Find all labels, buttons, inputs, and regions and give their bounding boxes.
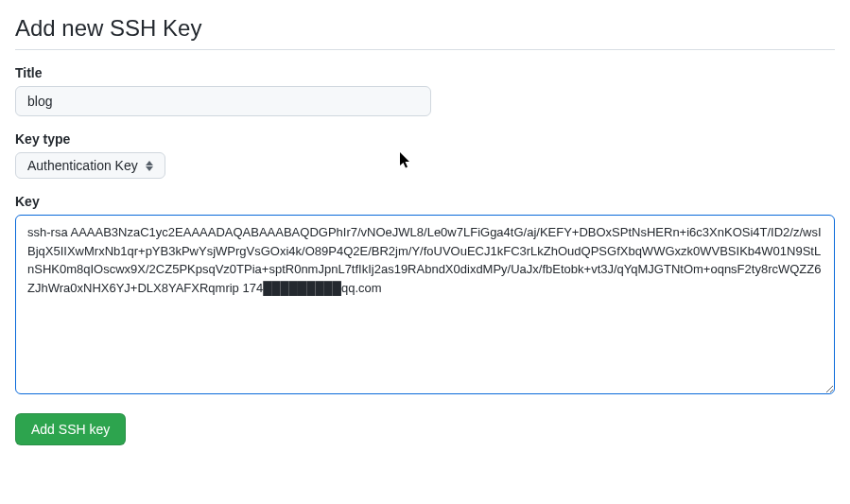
key-type-selected: Authentication Key — [27, 158, 138, 173]
chevron-up-down-icon — [146, 161, 153, 171]
title-input[interactable] — [15, 86, 431, 116]
key-type-label: Key type — [15, 131, 835, 147]
key-label: Key — [15, 194, 835, 209]
page-title: Add new SSH Key — [15, 15, 835, 50]
title-label: Title — [15, 65, 835, 80]
add-ssh-key-button[interactable]: Add SSH key — [15, 413, 126, 445]
key-type-select[interactable]: Authentication Key — [15, 152, 165, 179]
key-textarea[interactable]: ssh-rsa AAAAB3NzaC1yc2EAAAADAQABAAABAQDG… — [15, 215, 835, 394]
